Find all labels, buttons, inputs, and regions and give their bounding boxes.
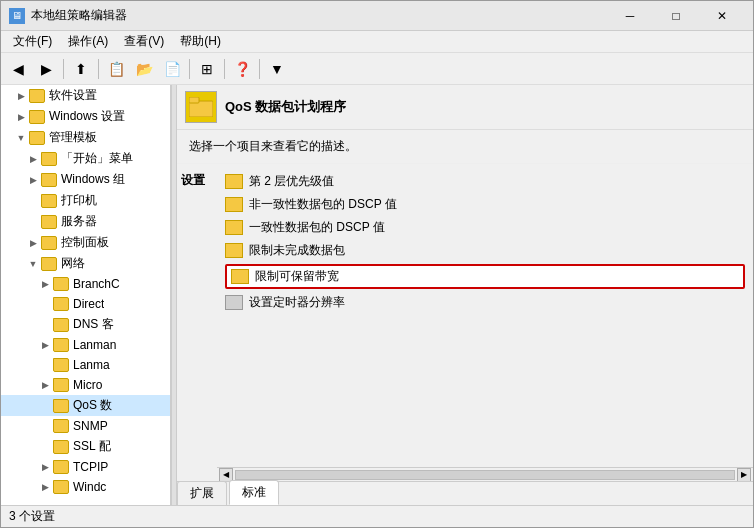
scroll-left-button[interactable]: ◀	[219, 468, 233, 482]
tree-item-label: 打印机	[61, 192, 97, 209]
folder-icon	[53, 378, 69, 392]
settings-scroll-area: 第 2 层优先级值非一致性数据包的 DSCP 值一致性数据包的 DSCP 值限制…	[217, 164, 753, 481]
tree-item-label: 软件设置	[49, 87, 97, 104]
tree-expand-icon[interactable]: ▶	[37, 479, 53, 495]
settings-item-label: 限制未完成数据包	[249, 242, 345, 259]
tree-expand-icon[interactable]: ▼	[13, 130, 29, 146]
tree-item[interactable]: ▶软件设置	[1, 85, 170, 106]
tree-panel: ▶软件设置▶Windows 设置▼管理模板▶「开始」菜单▶Windows 组打印…	[1, 85, 171, 505]
main-area: ▶软件设置▶Windows 设置▼管理模板▶「开始」菜单▶Windows 组打印…	[1, 85, 753, 505]
tree-item-label: 服务器	[61, 213, 97, 230]
tree-item[interactable]: DNS 客	[1, 314, 170, 335]
tab-expand[interactable]: 扩展	[177, 481, 227, 505]
tree-item[interactable]: ▶Windows 设置	[1, 106, 170, 127]
tree-item[interactable]: ▼网络	[1, 253, 170, 274]
tab-standard[interactable]: 标准	[229, 480, 279, 505]
tree-item[interactable]: QoS 数	[1, 395, 170, 416]
tree-item-label: BranchC	[73, 277, 120, 291]
minimize-button[interactable]: ─	[607, 1, 653, 31]
folder-icon	[41, 257, 57, 271]
menu-help[interactable]: 帮助(H)	[172, 31, 229, 52]
settings-item[interactable]: 一致性数据包的 DSCP 值	[217, 216, 753, 239]
tree-item[interactable]: SSL 配	[1, 436, 170, 457]
tree-item[interactable]: ▼管理模板	[1, 127, 170, 148]
filter-button[interactable]: ▼	[264, 56, 290, 82]
title-bar: 🖥 本地组策略编辑器 ─ □ ✕	[1, 1, 753, 31]
scroll-track[interactable]	[235, 470, 735, 480]
settings-item[interactable]: 设置定时器分辨率	[217, 291, 753, 314]
folder-icon	[53, 338, 69, 352]
menu-view[interactable]: 查看(V)	[116, 31, 172, 52]
menu-file[interactable]: 文件(F)	[5, 31, 60, 52]
folder-icon	[41, 194, 57, 208]
settings-item-icon	[225, 197, 243, 212]
back-button[interactable]: ◀	[5, 56, 31, 82]
tree-expand-icon[interactable]: ▶	[37, 377, 53, 393]
folder-icon	[29, 89, 45, 103]
settings-item[interactable]: 限制未完成数据包	[217, 239, 753, 262]
paste-button[interactable]: 📂	[131, 56, 157, 82]
settings-item-label: 限制可保留带宽	[255, 268, 339, 285]
tree-expand-icon[interactable]	[37, 357, 53, 373]
tree-expand-icon[interactable]	[37, 418, 53, 434]
menu-action[interactable]: 操作(A)	[60, 31, 116, 52]
help-button[interactable]: ❓	[229, 56, 255, 82]
tree-expand-icon[interactable]	[37, 439, 53, 455]
tree-expand-icon[interactable]: ▶	[25, 151, 41, 167]
status-text: 3 个设置	[9, 508, 55, 525]
tree-expand-icon[interactable]	[37, 317, 53, 333]
properties-button[interactable]: ⊞	[194, 56, 220, 82]
tree-item[interactable]: ▶Windows 组	[1, 169, 170, 190]
tree-item-label: Lanma	[73, 358, 110, 372]
tree-expand-icon[interactable]	[37, 398, 53, 414]
forward-button[interactable]: ▶	[33, 56, 59, 82]
tree-expand-icon[interactable]: ▶	[37, 276, 53, 292]
menu-bar: 文件(F) 操作(A) 查看(V) 帮助(H)	[1, 31, 753, 53]
tree-item[interactable]: ▶BranchC	[1, 274, 170, 294]
horizontal-scrollbar[interactable]: ◀ ▶	[217, 467, 753, 481]
settings-item[interactable]: 第 2 层优先级值	[217, 170, 753, 193]
folder-icon	[53, 419, 69, 433]
toolbar: ◀ ▶ ⬆ 📋 📂 📄 ⊞ ❓ ▼	[1, 53, 753, 85]
tree-item-label: Direct	[73, 297, 104, 311]
window-controls: ─ □ ✕	[607, 1, 745, 31]
tree-expand-icon[interactable]	[37, 296, 53, 312]
close-button[interactable]: ✕	[699, 1, 745, 31]
settings-item[interactable]: 限制可保留带宽	[225, 264, 745, 289]
tree-item[interactable]: ▶TCPIP	[1, 457, 170, 477]
tree-expand-icon[interactable]: ▶	[25, 235, 41, 251]
toolbar-separator-4	[224, 59, 225, 79]
tree-expand-icon[interactable]	[25, 214, 41, 230]
tree-expand-icon[interactable]: ▼	[25, 256, 41, 272]
settings-item-label: 非一致性数据包的 DSCP 值	[249, 196, 397, 213]
tree-item[interactable]: ▶Lanman	[1, 335, 170, 355]
tree-expand-icon[interactable]: ▶	[25, 172, 41, 188]
tree-item[interactable]: 打印机	[1, 190, 170, 211]
tree-item-label: Windows 设置	[49, 108, 125, 125]
tree-expand-icon[interactable]: ▶	[37, 459, 53, 475]
copy-button[interactable]: 📋	[103, 56, 129, 82]
svg-rect-1	[189, 97, 199, 103]
folder-icon	[41, 236, 57, 250]
settings-item-label: 一致性数据包的 DSCP 值	[249, 219, 385, 236]
tree-item[interactable]: ▶控制面板	[1, 232, 170, 253]
tree-item[interactable]: SNMP	[1, 416, 170, 436]
tree-item[interactable]: Lanma	[1, 355, 170, 375]
tree-expand-icon[interactable]	[25, 193, 41, 209]
tree-expand-icon[interactable]: ▶	[13, 88, 29, 104]
up-button[interactable]: ⬆	[68, 56, 94, 82]
settings-item[interactable]: 非一致性数据包的 DSCP 值	[217, 193, 753, 216]
window-title: 本地组策略编辑器	[31, 7, 607, 24]
maximize-button[interactable]: □	[653, 1, 699, 31]
tree-item[interactable]: ▶Windc	[1, 477, 170, 497]
settings-area: 设置 第 2 层优先级值非一致性数据包的 DSCP 值一致性数据包的 DSCP …	[177, 164, 753, 481]
tree-item[interactable]: ▶Micro	[1, 375, 170, 395]
tree-item[interactable]: Direct	[1, 294, 170, 314]
export-button[interactable]: 📄	[159, 56, 185, 82]
scroll-right-button[interactable]: ▶	[737, 468, 751, 482]
tree-expand-icon[interactable]: ▶	[13, 109, 29, 125]
tree-item[interactable]: ▶「开始」菜单	[1, 148, 170, 169]
folder-icon	[29, 110, 45, 124]
tree-expand-icon[interactable]: ▶	[37, 337, 53, 353]
tree-item[interactable]: 服务器	[1, 211, 170, 232]
